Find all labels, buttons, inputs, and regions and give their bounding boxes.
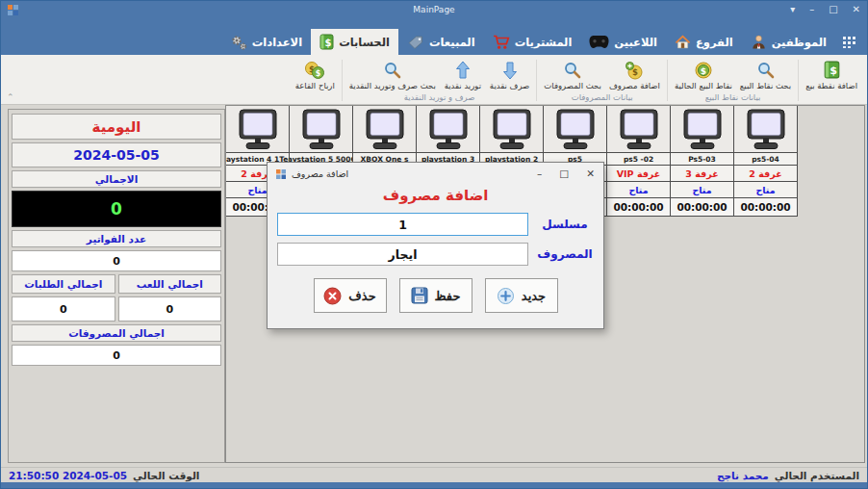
- tab-accounts[interactable]: الحسابات $: [311, 29, 398, 55]
- station-timer: 00:00:00: [734, 198, 797, 217]
- window-title: MainPage: [1, 5, 867, 14]
- save-button[interactable]: حفظ: [399, 278, 472, 313]
- tab-label: الموظفين: [772, 36, 827, 49]
- station-room: غرفة 3: [671, 166, 733, 182]
- ribbon-group-label: صرف و توريد النقدية: [404, 91, 475, 104]
- monitor-icon: [480, 106, 543, 153]
- dialog-maximize-button[interactable]: □: [559, 167, 569, 179]
- tab-purchases[interactable]: المشتريات: [484, 29, 581, 55]
- monitor-icon: [544, 106, 606, 153]
- gamepad-icon: [589, 35, 609, 49]
- summary-date: 2024-05-05: [12, 142, 221, 167]
- floppy-save-icon: [411, 287, 428, 304]
- station-status: متاح: [734, 182, 797, 198]
- cart-icon: [493, 35, 510, 50]
- grid-menu-icon: [843, 37, 856, 48]
- play-total-value: 0: [118, 296, 222, 322]
- tab-label: الحسابات: [339, 36, 390, 49]
- tab-players[interactable]: اللاعبين: [580, 29, 666, 55]
- play-total-label: اجمالي اللعب: [118, 274, 222, 294]
- search-icon: [756, 59, 776, 81]
- orders-total-label: اجمالي الطلبات: [12, 274, 115, 294]
- search-pos-button[interactable]: بحث نقاط البيع: [736, 57, 795, 90]
- monitor-icon: [290, 106, 352, 153]
- search-icon: [563, 59, 582, 81]
- current-time-label: الوقت الحالي: [133, 470, 199, 481]
- button-label: نقاط البيع الحالية: [675, 81, 732, 90]
- x-circle-icon: [323, 287, 342, 305]
- ribbon-separator: [667, 60, 668, 101]
- svg-text:$: $: [830, 64, 837, 77]
- button-label: ارباح القاعة: [295, 81, 335, 90]
- status-bar: المستخدم الحالي محمد ناجح الوقت الحالي 2…: [1, 467, 867, 482]
- button-label: بحث صرف وتوريد النقدية: [349, 81, 436, 90]
- expense-input[interactable]: ايجار: [277, 243, 528, 266]
- tab-label: اللاعبين: [614, 36, 657, 49]
- house-icon: [675, 34, 691, 50]
- delete-button[interactable]: حذف: [314, 278, 387, 313]
- station-timer: 00:00:00: [671, 198, 733, 217]
- minimize-button[interactable]: –: [809, 5, 814, 14]
- money-book-icon: $: [824, 59, 840, 81]
- dialog-minimize-button[interactable]: –: [537, 167, 542, 179]
- search-cash-button[interactable]: بحث صرف وتوريد النقدية: [345, 57, 440, 90]
- station-status: متاح: [607, 182, 670, 198]
- new-button[interactable]: جديد: [485, 278, 558, 313]
- ribbon-separator: [536, 60, 537, 101]
- monitor-icon: [734, 106, 797, 153]
- station-column[interactable]: Ps5-03 غرفة 3 متاح 00:00:00: [671, 106, 734, 217]
- cash-out-button[interactable]: صرف نقدية: [486, 57, 533, 90]
- expenses-total-label: اجمالي المصروفات: [12, 324, 221, 342]
- dialog-title-bar[interactable]: اضافة مصروف – □ ✕: [268, 163, 603, 184]
- tab-sales[interactable]: المبيعات: [398, 29, 484, 55]
- money-book-icon: $: [319, 34, 334, 50]
- current-pos-button[interactable]: $ نقاط البيع الحالية: [671, 57, 736, 90]
- window-bottom-edge: [1, 482, 867, 488]
- add-pos-button[interactable]: $ اضافة نقطة بيع: [802, 57, 861, 90]
- maximize-button[interactable]: □: [829, 5, 837, 14]
- tab-employees[interactable]: الموظفين: [742, 29, 835, 55]
- group-cash: صرف نقدية توريد نقدية بحث صرف وتوريد الن…: [344, 57, 536, 104]
- ribbon-tabs: الموظفين الفروع اللاعبين المشتريات المبي…: [1, 18, 867, 55]
- collapse-ribbon-icon[interactable]: ⌃: [7, 92, 14, 102]
- station-room: غرفة VIP: [607, 166, 670, 182]
- group-expenses-data: $ اضافة مصروف بحث المصروفات بيانات المصر…: [538, 57, 666, 104]
- station-column[interactable]: ps5-04 غرفة 2 متاح 00:00:00: [734, 106, 798, 217]
- button-label: صرف نقدية: [490, 81, 529, 90]
- dialog-close-button[interactable]: ✕: [586, 167, 595, 179]
- station-name: Ps5-03: [671, 153, 733, 166]
- svg-text:$: $: [325, 38, 332, 48]
- total-label: الاجمالي: [12, 170, 221, 188]
- ribbon-group-label: بيانات نقاط البيع: [705, 91, 761, 104]
- current-user-label: المستخدم الحالي: [775, 470, 859, 481]
- invoices-value: 0: [12, 250, 221, 271]
- tab-branches[interactable]: الفروع: [666, 29, 742, 55]
- coin-plus-icon: $: [625, 59, 644, 81]
- svg-text:$: $: [701, 65, 706, 75]
- tag-icon: [407, 35, 424, 50]
- button-label: توريد نقدية: [445, 81, 481, 90]
- search-icon: [383, 59, 402, 81]
- add-expense-button[interactable]: $ اضافة مصروف: [605, 57, 664, 90]
- monitor-icon: [671, 106, 733, 153]
- button-label: جديد: [522, 289, 546, 303]
- station-column[interactable]: ps5 -02 غرفة VIP متاح 00:00:00: [607, 106, 671, 217]
- tab-settings[interactable]: الاعدادات: [221, 29, 311, 55]
- orders-total-value: 0: [12, 296, 115, 322]
- total-display: 0: [12, 191, 221, 227]
- gears-icon: [230, 34, 247, 51]
- close-button[interactable]: ✕: [853, 5, 860, 14]
- search-expenses-button[interactable]: بحث المصروفات: [540, 57, 605, 90]
- main-window: MainPage ▾ – □ ✕ الموظفين الفروع اللاعبي…: [0, 0, 868, 489]
- app-menu-button[interactable]: [835, 29, 864, 55]
- cash-in-button[interactable]: توريد نقدية: [440, 57, 486, 90]
- button-label: حذف: [348, 289, 375, 303]
- expenses-total-value: 0: [12, 345, 221, 366]
- serial-label: مسلسل: [536, 218, 594, 231]
- tab-label: المشتريات: [515, 36, 573, 49]
- tab-label: الاعدادات: [252, 36, 302, 49]
- serial-input[interactable]: 1: [277, 213, 528, 236]
- titlebar-caret-icon[interactable]: ▾: [790, 5, 795, 14]
- hall-profits-button[interactable]: $$ ارباح القاعة: [292, 57, 339, 90]
- tab-label: الفروع: [696, 36, 733, 49]
